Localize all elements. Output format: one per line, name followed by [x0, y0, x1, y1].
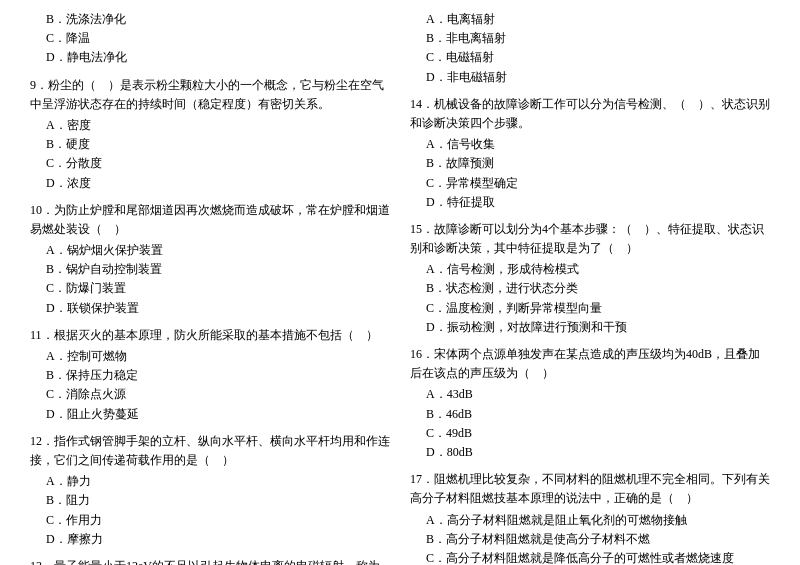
q12-option-A: A．静力 — [30, 472, 390, 491]
option-B-washclean: B．洗涤法净化 — [30, 10, 390, 29]
question-prev-options: B．洗涤法净化 C．降温 D．静电法净化 — [30, 10, 390, 68]
q14-option-C: C．异常模型确定 — [410, 174, 770, 193]
q11-option-A: A．控制可燃物 — [30, 347, 390, 366]
q16-option-A: A．43dB — [410, 385, 770, 404]
q9-option-B: B．硬度 — [30, 135, 390, 154]
question-11-text: 11．根据灭火的基本原理，防火所能采取的基本措施不包括（ ） — [30, 326, 390, 345]
q15-option-B: B．状态检测，进行状态分类 — [410, 279, 770, 298]
q11-option-B: B．保持压力稳定 — [30, 366, 390, 385]
q12-option-D: D．摩擦力 — [30, 530, 390, 549]
page-container: B．洗涤法净化 C．降温 D．静电法净化 9．粉尘的（ ）是表示粉尘颗粒大小的一… — [0, 0, 800, 565]
question-17-text: 17．阻燃机理比较复杂，不同材料的阻燃机理不完全相同。下列有关高分子材料阻燃技基… — [410, 470, 770, 508]
q9-option-C: C．分散度 — [30, 154, 390, 173]
question-14-text: 14．机械设备的故障诊断工作可以分为信号检测、（ ）、状态识别和诊断决策四个步骤… — [410, 95, 770, 133]
question-14: 14．机械设备的故障诊断工作可以分为信号检测、（ ）、状态识别和诊断决策四个步骤… — [410, 95, 770, 212]
option-D-electrostatic: D．静电法净化 — [30, 48, 390, 67]
q16-option-B: B．46dB — [410, 405, 770, 424]
question-17: 17．阻燃机理比较复杂，不同材料的阻燃机理不完全相同。下列有关高分子材料阻燃技基… — [410, 470, 770, 565]
q12-option-B: B．阻力 — [30, 491, 390, 510]
q14-option-A: A．信号收集 — [410, 135, 770, 154]
question-10: 10．为防止炉膛和尾部烟道因再次燃烧而造成破坏，常在炉膛和烟道易燃处装设（ ） … — [30, 201, 390, 318]
q10-option-A: A．锅炉烟火保护装置 — [30, 241, 390, 260]
q10-option-B: B．锅炉自动控制装置 — [30, 260, 390, 279]
question-11: 11．根据灭火的基本原理，防火所能采取的基本措施不包括（ ） A．控制可燃物 B… — [30, 326, 390, 424]
question-12-text: 12．指作式钢管脚手架的立杆、纵向水平杆、横向水平杆均用和作连接，它们之间传递荷… — [30, 432, 390, 470]
q15-option-C: C．温度检测，判断异常模型向量 — [410, 299, 770, 318]
question-10-text: 10．为防止炉膛和尾部烟道因再次燃烧而造成破坏，常在炉膛和烟道易燃处装设（ ） — [30, 201, 390, 239]
q14-option-D: D．特征提取 — [410, 193, 770, 212]
q11-option-D: D．阻止火势蔓延 — [30, 405, 390, 424]
question-13: 13．量子能量小于12eV的不足以引起生物体电离的电磁辐射，称为（ ） — [30, 557, 390, 565]
option-C-cooling: C．降温 — [30, 29, 390, 48]
question-15-text: 15．故障诊断可以划分为4个基本步骤：（ ）、特征提取、状态识别和诊断决策，其中… — [410, 220, 770, 258]
q17-option-B: B．高分子材料阻燃就是使高分子材料不燃 — [410, 530, 770, 549]
q13-option-B: B．非电离辐射 — [410, 29, 770, 48]
question-15: 15．故障诊断可以划分为4个基本步骤：（ ）、特征提取、状态识别和诊断决策，其中… — [410, 220, 770, 337]
question-16: 16．宋体两个点源单独发声在某点造成的声压级均为40dB，且叠加后在该点的声压级… — [410, 345, 770, 462]
q11-option-C: C．消除点火源 — [30, 385, 390, 404]
question-13-text: 13．量子能量小于12eV的不足以引起生物体电离的电磁辐射，称为（ ） — [30, 557, 390, 565]
q14-option-B: B．故障预测 — [410, 154, 770, 173]
q17-option-A: A．高分子材料阻燃就是阻止氧化剂的可燃物接触 — [410, 511, 770, 530]
question-16-text: 16．宋体两个点源单独发声在某点造成的声压级均为40dB，且叠加后在该点的声压级… — [410, 345, 770, 383]
q13-options: A．电离辐射 B．非电离辐射 C．电磁辐射 D．非电磁辐射 — [410, 10, 770, 87]
q16-option-C: C．49dB — [410, 424, 770, 443]
question-9-text: 9．粉尘的（ ）是表示粉尘颗粒大小的一个概念，它与粉尘在空气中呈浮游状态存在的持… — [30, 76, 390, 114]
q9-option-D: D．浓度 — [30, 174, 390, 193]
q13-option-D: D．非电磁辐射 — [410, 68, 770, 87]
q10-option-D: D．联锁保护装置 — [30, 299, 390, 318]
q15-option-A: A．信号检测，形成待检模式 — [410, 260, 770, 279]
two-column-layout: B．洗涤法净化 C．降温 D．静电法净化 9．粉尘的（ ）是表示粉尘颗粒大小的一… — [30, 10, 770, 565]
q17-option-C: C．高分子材料阻燃就是降低高分子的可燃性或者燃烧速度 — [410, 549, 770, 565]
q15-option-D: D．振动检测，对故障进行预测和干预 — [410, 318, 770, 337]
q13-option-A: A．电离辐射 — [410, 10, 770, 29]
left-column: B．洗涤法净化 C．降温 D．静电法净化 9．粉尘的（ ）是表示粉尘颗粒大小的一… — [30, 10, 390, 565]
q13-option-C: C．电磁辐射 — [410, 48, 770, 67]
question-12: 12．指作式钢管脚手架的立杆、纵向水平杆、横向水平杆均用和作连接，它们之间传递荷… — [30, 432, 390, 549]
right-column: A．电离辐射 B．非电离辐射 C．电磁辐射 D．非电磁辐射 14．机械设备的故障… — [410, 10, 770, 565]
question-9: 9．粉尘的（ ）是表示粉尘颗粒大小的一个概念，它与粉尘在空气中呈浮游状态存在的持… — [30, 76, 390, 193]
q12-option-C: C．作用力 — [30, 511, 390, 530]
q16-option-D: D．80dB — [410, 443, 770, 462]
q9-option-A: A．密度 — [30, 116, 390, 135]
q10-option-C: C．防爆门装置 — [30, 279, 390, 298]
